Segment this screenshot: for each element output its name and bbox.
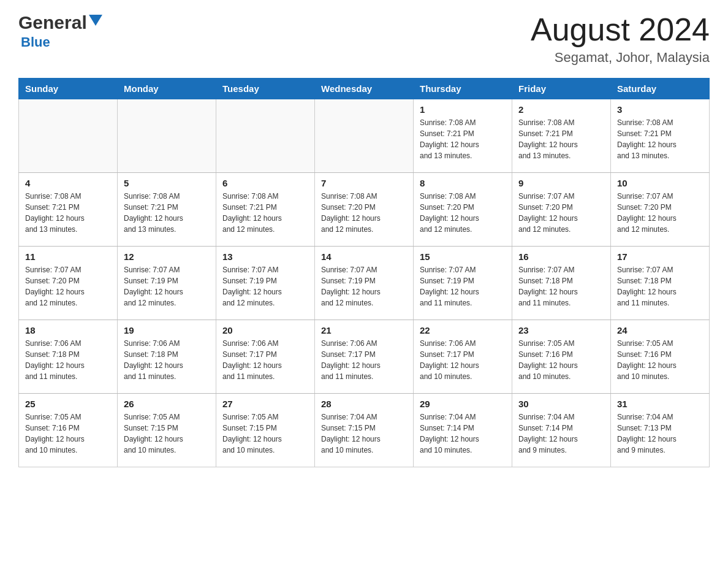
day-number: 25	[25, 399, 111, 409]
calendar-cell: 4Sunrise: 7:08 AMSunset: 7:21 PMDaylight…	[19, 173, 118, 247]
day-number: 12	[124, 251, 210, 262]
calendar-week-row: 18Sunrise: 7:06 AMSunset: 7:18 PMDayligh…	[19, 320, 710, 394]
day-number: 16	[518, 251, 604, 262]
day-info: Sunrise: 7:08 AMSunset: 7:21 PMDaylight:…	[222, 191, 308, 235]
calendar-cell	[216, 99, 315, 173]
day-number: 27	[222, 399, 308, 409]
day-info: Sunrise: 7:04 AMSunset: 7:14 PMDaylight:…	[420, 412, 506, 456]
day-number: 10	[617, 178, 703, 188]
day-number: 31	[617, 399, 703, 409]
calendar-cell: 10Sunrise: 7:07 AMSunset: 7:20 PMDayligh…	[611, 173, 710, 247]
day-number: 8	[420, 178, 506, 188]
calendar-subtitle: Segamat, Johor, Malaysia	[531, 50, 710, 66]
calendar-table: SundayMondayTuesdayWednesdayThursdayFrid…	[18, 78, 710, 467]
calendar-cell: 13Sunrise: 7:07 AMSunset: 7:19 PMDayligh…	[216, 247, 315, 320]
day-info: Sunrise: 7:08 AMSunset: 7:21 PMDaylight:…	[25, 191, 111, 235]
logo-blue-text: Blue	[18, 34, 50, 50]
day-number: 21	[321, 325, 407, 335]
day-number: 30	[518, 399, 604, 409]
column-header-monday: Monday	[118, 79, 216, 99]
day-info: Sunrise: 7:07 AMSunset: 7:19 PMDaylight:…	[321, 264, 407, 308]
day-info: Sunrise: 7:07 AMSunset: 7:18 PMDaylight:…	[617, 264, 703, 308]
day-info: Sunrise: 7:08 AMSunset: 7:20 PMDaylight:…	[420, 191, 506, 235]
day-number: 15	[420, 251, 506, 262]
calendar-cell: 9Sunrise: 7:07 AMSunset: 7:20 PMDaylight…	[512, 173, 611, 247]
day-info: Sunrise: 7:05 AMSunset: 7:16 PMDaylight:…	[518, 338, 604, 382]
day-info: Sunrise: 7:07 AMSunset: 7:19 PMDaylight:…	[124, 264, 210, 308]
day-info: Sunrise: 7:07 AMSunset: 7:19 PMDaylight:…	[420, 264, 506, 308]
calendar-cell: 14Sunrise: 7:07 AMSunset: 7:19 PMDayligh…	[315, 247, 414, 320]
calendar-cell: 29Sunrise: 7:04 AMSunset: 7:14 PMDayligh…	[414, 394, 512, 467]
day-number: 20	[222, 325, 308, 335]
day-number: 7	[321, 178, 407, 188]
day-info: Sunrise: 7:05 AMSunset: 7:16 PMDaylight:…	[617, 338, 703, 382]
day-number: 22	[420, 325, 506, 335]
calendar-cell: 1Sunrise: 7:08 AMSunset: 7:21 PMDaylight…	[414, 99, 512, 173]
calendar-cell: 20Sunrise: 7:06 AMSunset: 7:17 PMDayligh…	[216, 320, 315, 394]
day-info: Sunrise: 7:07 AMSunset: 7:19 PMDaylight:…	[222, 264, 308, 308]
calendar-cell: 25Sunrise: 7:05 AMSunset: 7:16 PMDayligh…	[19, 394, 118, 467]
day-number: 19	[124, 325, 210, 335]
day-info: Sunrise: 7:04 AMSunset: 7:13 PMDaylight:…	[617, 412, 703, 456]
day-info: Sunrise: 7:08 AMSunset: 7:21 PMDaylight:…	[617, 117, 703, 161]
day-info: Sunrise: 7:04 AMSunset: 7:14 PMDaylight:…	[518, 412, 604, 456]
logo-arrow-icon	[89, 15, 102, 26]
day-info: Sunrise: 7:06 AMSunset: 7:17 PMDaylight:…	[222, 338, 308, 382]
column-header-friday: Friday	[512, 79, 611, 99]
day-number: 3	[617, 104, 703, 115]
logo-general-text: General	[18, 12, 87, 33]
calendar-cell	[19, 99, 118, 173]
logo: General Blue	[18, 12, 102, 50]
day-number: 4	[25, 178, 111, 188]
calendar-header-row: SundayMondayTuesdayWednesdayThursdayFrid…	[19, 79, 710, 99]
day-info: Sunrise: 7:07 AMSunset: 7:20 PMDaylight:…	[25, 264, 111, 308]
day-info: Sunrise: 7:08 AMSunset: 7:21 PMDaylight:…	[420, 117, 506, 161]
calendar-cell: 17Sunrise: 7:07 AMSunset: 7:18 PMDayligh…	[611, 247, 710, 320]
calendar-cell: 26Sunrise: 7:05 AMSunset: 7:15 PMDayligh…	[118, 394, 216, 467]
column-header-thursday: Thursday	[414, 79, 512, 99]
calendar-week-row: 4Sunrise: 7:08 AMSunset: 7:21 PMDaylight…	[19, 173, 710, 247]
calendar-cell: 15Sunrise: 7:07 AMSunset: 7:19 PMDayligh…	[414, 247, 512, 320]
day-info: Sunrise: 7:07 AMSunset: 7:18 PMDaylight:…	[518, 264, 604, 308]
day-number: 6	[222, 178, 308, 188]
calendar-cell: 12Sunrise: 7:07 AMSunset: 7:19 PMDayligh…	[118, 247, 216, 320]
day-info: Sunrise: 7:06 AMSunset: 7:18 PMDaylight:…	[124, 338, 210, 382]
calendar-cell	[118, 99, 216, 173]
calendar-cell: 2Sunrise: 7:08 AMSunset: 7:21 PMDaylight…	[512, 99, 611, 173]
calendar-cell: 28Sunrise: 7:04 AMSunset: 7:15 PMDayligh…	[315, 394, 414, 467]
day-info: Sunrise: 7:04 AMSunset: 7:15 PMDaylight:…	[321, 412, 407, 456]
calendar-cell: 27Sunrise: 7:05 AMSunset: 7:15 PMDayligh…	[216, 394, 315, 467]
calendar-cell: 5Sunrise: 7:08 AMSunset: 7:21 PMDaylight…	[118, 173, 216, 247]
calendar-week-row: 1Sunrise: 7:08 AMSunset: 7:21 PMDaylight…	[19, 99, 710, 173]
column-header-sunday: Sunday	[19, 79, 118, 99]
calendar-cell: 31Sunrise: 7:04 AMSunset: 7:13 PMDayligh…	[611, 394, 710, 467]
calendar-title: August 2024	[531, 12, 710, 47]
day-info: Sunrise: 7:08 AMSunset: 7:21 PMDaylight:…	[518, 117, 604, 161]
day-info: Sunrise: 7:07 AMSunset: 7:20 PMDaylight:…	[617, 191, 703, 235]
day-number: 14	[321, 251, 407, 262]
column-header-tuesday: Tuesday	[216, 79, 315, 99]
calendar-cell: 21Sunrise: 7:06 AMSunset: 7:17 PMDayligh…	[315, 320, 414, 394]
calendar-cell: 7Sunrise: 7:08 AMSunset: 7:20 PMDaylight…	[315, 173, 414, 247]
day-info: Sunrise: 7:07 AMSunset: 7:20 PMDaylight:…	[518, 191, 604, 235]
calendar-cell: 11Sunrise: 7:07 AMSunset: 7:20 PMDayligh…	[19, 247, 118, 320]
day-number: 11	[25, 251, 111, 262]
day-number: 23	[518, 325, 604, 335]
day-number: 13	[222, 251, 308, 262]
calendar-cell: 22Sunrise: 7:06 AMSunset: 7:17 PMDayligh…	[414, 320, 512, 394]
day-number: 17	[617, 251, 703, 262]
page-header: General Blue August 2024 Segamat, Johor,…	[18, 12, 710, 66]
calendar-cell: 23Sunrise: 7:05 AMSunset: 7:16 PMDayligh…	[512, 320, 611, 394]
day-number: 9	[518, 178, 604, 188]
day-info: Sunrise: 7:06 AMSunset: 7:17 PMDaylight:…	[321, 338, 407, 382]
calendar-week-row: 11Sunrise: 7:07 AMSunset: 7:20 PMDayligh…	[19, 247, 710, 320]
calendar-cell: 6Sunrise: 7:08 AMSunset: 7:21 PMDaylight…	[216, 173, 315, 247]
column-header-wednesday: Wednesday	[315, 79, 414, 99]
day-info: Sunrise: 7:05 AMSunset: 7:15 PMDaylight:…	[222, 412, 308, 456]
calendar-cell: 24Sunrise: 7:05 AMSunset: 7:16 PMDayligh…	[611, 320, 710, 394]
title-block: August 2024 Segamat, Johor, Malaysia	[531, 12, 710, 66]
column-header-saturday: Saturday	[611, 79, 710, 99]
calendar-cell: 18Sunrise: 7:06 AMSunset: 7:18 PMDayligh…	[19, 320, 118, 394]
day-number: 29	[420, 399, 506, 409]
calendar-cell: 3Sunrise: 7:08 AMSunset: 7:21 PMDaylight…	[611, 99, 710, 173]
